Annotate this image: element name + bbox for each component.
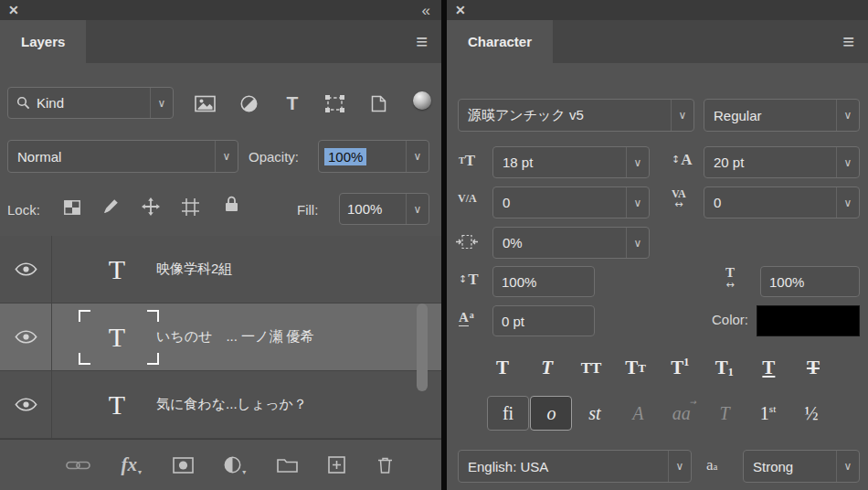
kerning-dropdown[interactable]: 0 ∨ — [492, 186, 650, 218]
layer-filter-toggle[interactable] — [413, 91, 431, 110]
small-t-glyph: T — [638, 362, 646, 374]
lock-all-button[interactable] — [225, 196, 238, 216]
filter-shape-layers-button[interactable] — [320, 89, 349, 118]
titling-alternates-button[interactable]: T — [704, 396, 746, 431]
sup-1-glyph: 1 — [683, 357, 689, 368]
font-style-dropdown[interactable]: Regular ∨ — [704, 99, 860, 132]
chevron-down-icon[interactable]: ∨ — [406, 194, 429, 224]
font-size-dropdown[interactable]: 18 pt ∨ — [492, 146, 650, 178]
filter-type-layers-button[interactable]: T — [278, 89, 307, 118]
opacity-value-area[interactable]: 100% — [319, 148, 406, 165]
artboard-icon — [182, 198, 199, 216]
layer-name[interactable]: 映像学科2組 — [156, 261, 232, 278]
new-group-button[interactable] — [277, 453, 298, 478]
layer-styles-button[interactable]: fx ▾ — [122, 453, 143, 478]
filter-smart-objects-button[interactable] — [364, 89, 393, 118]
color-swatch[interactable] — [757, 305, 860, 336]
tab-layers[interactable]: Layers — [0, 20, 86, 63]
faux-italic-button[interactable]: T — [528, 352, 566, 383]
horizontal-scale-field[interactable]: 100% — [760, 266, 860, 297]
triangle-down-icon: ▾ — [242, 467, 246, 477]
collapse-panel-icon[interactable]: « — [422, 3, 429, 18]
tracking-icon: VA↔ — [672, 188, 686, 209]
layers-panel-menu-icon[interactable]: ≡ — [416, 34, 428, 50]
layer-visibility-toggle[interactable] — [0, 371, 52, 438]
blend-mode-dropdown[interactable]: Normal ∨ — [7, 140, 238, 173]
lock-pixels-button[interactable] — [103, 198, 119, 218]
tab-character[interactable]: Character — [447, 20, 553, 63]
tracking-dropdown[interactable]: 0 ∨ — [704, 186, 860, 218]
fx-icon: fx — [122, 455, 138, 474]
ordinals-button[interactable]: 1st — [747, 396, 789, 431]
close-icon[interactable]: ✕ — [8, 4, 19, 16]
tsume-icon — [455, 234, 479, 250]
underline-button[interactable]: T — [749, 352, 788, 383]
folder-icon — [277, 457, 298, 473]
st-glyph: st — [588, 404, 600, 422]
lock-transparency-button[interactable] — [64, 200, 80, 218]
contextual-alternates-button[interactable]: o — [530, 396, 572, 431]
opacity-field[interactable]: 100% ∨ — [318, 140, 429, 173]
shape-icon — [325, 95, 344, 112]
layer-row-selected[interactable]: T いちのせ ... 一ノ瀬 優希 — [0, 304, 441, 371]
superscript-button[interactable]: T1 — [661, 352, 699, 383]
swash-button[interactable]: A — [617, 396, 659, 431]
anti-alias-dropdown[interactable]: Strong ∨ — [743, 450, 860, 483]
tsume-dropdown[interactable]: 0% ∨ — [492, 227, 650, 259]
layer-name[interactable]: 気に食わな...しょっか？ — [156, 396, 307, 413]
layer-visibility-toggle[interactable] — [0, 304, 52, 370]
lock-position-button[interactable] — [142, 197, 160, 219]
new-layer-button[interactable] — [328, 453, 345, 478]
small-caps-button[interactable]: TT — [617, 352, 655, 383]
small-t-glyph: T — [459, 156, 465, 165]
subscript-button[interactable]: T1 — [705, 352, 744, 383]
character-panel-menu-icon[interactable]: ≡ — [842, 34, 854, 50]
layer-row[interactable]: T 映像学科2組 — [0, 236, 441, 304]
color-label: Color: — [690, 312, 748, 327]
filter-adjustment-layers-button[interactable] — [234, 89, 263, 118]
chevron-down-icon[interactable]: ∨ — [406, 141, 429, 172]
font-family-dropdown[interactable]: 源暎アンチック v5 ∨ — [458, 99, 694, 132]
leading-dropdown[interactable]: 20 pt ∨ — [704, 146, 860, 178]
opacity-value[interactable]: 100% — [324, 148, 366, 165]
lock-artboard-button[interactable] — [182, 198, 199, 219]
chevron-down-icon: ∨ — [836, 100, 859, 131]
bold-t-glyph: T — [496, 358, 509, 378]
delete-layer-button[interactable] — [376, 453, 394, 478]
layer-thumbnail[interactable]: T — [103, 324, 131, 351]
chevron-down-icon: ∨ — [626, 187, 649, 218]
language-dropdown[interactable]: English: USA ∨ — [458, 450, 692, 483]
checkerboard-icon — [64, 200, 80, 215]
triangle-down-icon: ▾ — [138, 467, 142, 477]
faux-bold-button[interactable]: T — [483, 352, 522, 383]
va-slash-glyph: V/A — [458, 193, 477, 204]
new-adjustment-layer-button[interactable]: ▾ — [224, 453, 246, 478]
big-a-glyph: a — [706, 457, 714, 473]
baseline-shift-field[interactable]: 0 pt — [492, 305, 595, 336]
scrollbar-thumb[interactable] — [417, 304, 428, 391]
all-caps-button[interactable]: TT — [572, 352, 610, 383]
layer-thumbnail[interactable]: T — [103, 391, 131, 419]
discretionary-ligatures-button[interactable]: st — [574, 396, 616, 431]
t-glyph: T — [715, 358, 728, 378]
stylistic-alternates-button[interactable]: aa→ — [661, 396, 703, 431]
add-layer-mask-button[interactable] — [173, 453, 194, 478]
fill-value[interactable]: 100% — [340, 201, 406, 217]
standard-ligatures-button[interactable]: fi — [487, 396, 529, 431]
layer-row[interactable]: T 気に食わな...しょっか？ — [0, 371, 441, 439]
layer-visibility-toggle[interactable] — [0, 236, 52, 303]
close-icon[interactable]: ✕ — [455, 4, 466, 16]
layer-name[interactable]: いちのせ ... 一ノ瀬 優希 — [156, 328, 314, 346]
filter-pixel-layers-button[interactable] — [190, 89, 219, 118]
titling-t-glyph: T — [720, 404, 730, 422]
fill-field[interactable]: 100% ∨ — [339, 193, 429, 225]
vertical-scale-field[interactable]: 100% — [492, 266, 595, 297]
filter-kind-dropdown[interactable]: Kind ∨ — [7, 87, 174, 119]
text-layer-icon: T — [109, 256, 125, 283]
small-a-glyph: a — [470, 311, 474, 320]
link-layers-button[interactable] — [66, 453, 90, 478]
layer-thumbnail[interactable]: T — [103, 256, 131, 283]
strikethrough-button[interactable]: T — [794, 352, 832, 383]
fractions-button[interactable]: ½ — [790, 396, 832, 431]
eye-icon — [15, 262, 37, 276]
